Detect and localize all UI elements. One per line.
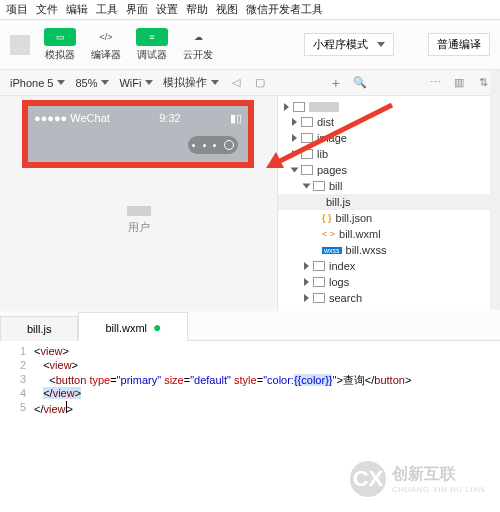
tree-item[interactable]: lib	[278, 146, 500, 162]
menu-ui[interactable]: 界面	[126, 2, 148, 17]
watermark: CX 创新互联CHUANG XIN HU LIAN	[350, 461, 485, 497]
tree-file-billjson[interactable]: { }bill.json	[278, 210, 500, 226]
menu-help[interactable]: 帮助	[186, 2, 208, 17]
cut-icon[interactable]: ▢	[253, 76, 267, 90]
search-icon[interactable]: 🔍	[353, 76, 367, 90]
menubar: 项目 文件 编辑 工具 界面 设置 帮助 视图 微信开发者工具	[0, 0, 500, 20]
folder-icon	[313, 293, 325, 303]
zoom-select[interactable]: 85%	[75, 77, 109, 89]
highlight-box: ●●●●● WeChat9:32▮▯	[22, 100, 254, 168]
compile-select[interactable]: 普通编译	[428, 33, 490, 56]
sim-user-label: 用户	[128, 221, 150, 233]
tree-item[interactable]: logs	[278, 274, 500, 290]
device-select[interactable]: iPhone 5	[10, 77, 65, 89]
gutter: 12345	[0, 341, 34, 419]
folder-icon	[313, 261, 325, 271]
folder-icon	[301, 133, 313, 143]
tree-item-bill[interactable]: bill	[278, 178, 500, 194]
chevron-down-icon	[211, 80, 219, 85]
simop-select[interactable]: 模拟操作	[163, 75, 219, 90]
avatar-placeholder	[10, 35, 30, 55]
wxml-icon: < >	[322, 229, 335, 239]
chevron-down-icon	[145, 80, 153, 85]
tree-item[interactable]: index	[278, 258, 500, 274]
sim-battery-icon: ▮▯	[230, 112, 242, 125]
tree-item-pages[interactable]: pages	[278, 162, 500, 178]
tree-file-billjs[interactable]: bill.js	[278, 194, 500, 210]
folder-icon	[301, 165, 313, 175]
scrollbar[interactable]	[490, 70, 500, 310]
close-icon	[224, 140, 234, 150]
chevron-down-icon	[101, 80, 109, 85]
tree-item[interactable]: search	[278, 290, 500, 306]
add-icon[interactable]: +	[329, 76, 343, 90]
logo-icon: CX	[350, 461, 386, 497]
toolbar: ▭模拟器 </>编译器 ≡调试器 ☁云开发 小程序模式 普通编译	[0, 20, 500, 70]
sim-carrier: ●●●●● WeChat	[34, 112, 110, 125]
dirty-dot-icon: ●	[153, 319, 161, 335]
editor-tabs: bill.js bill.wxml●	[0, 311, 500, 341]
settings-icon[interactable]: ⇅	[476, 76, 490, 90]
folder-icon	[301, 117, 313, 127]
simulator-panel: ●●●●● WeChat9:32▮▯ 用户	[0, 96, 278, 311]
mute-icon[interactable]: ◁	[229, 76, 243, 90]
mode-select[interactable]: 小程序模式	[304, 33, 394, 56]
menu-project[interactable]: 项目	[6, 2, 28, 17]
menu-edit[interactable]: 编辑	[66, 2, 88, 17]
capsule-button[interactable]	[188, 136, 238, 154]
tree-root[interactable]	[278, 100, 500, 114]
menu-devtools[interactable]: 微信开发者工具	[246, 2, 323, 17]
json-icon: { }	[322, 213, 332, 223]
compiler-button[interactable]: </>编译器	[90, 28, 122, 62]
filter-bar: iPhone 5 85% WiFi 模拟操作 ◁ ▢ + 🔍 ⋯ ▥ ⇅	[0, 70, 500, 96]
menu-tools[interactable]: 工具	[96, 2, 118, 17]
folder-icon	[293, 102, 305, 112]
menu-file[interactable]: 文件	[36, 2, 58, 17]
folder-icon	[313, 277, 325, 287]
tree-file-billwxml[interactable]: < >bill.wxml	[278, 226, 500, 242]
chevron-down-icon	[377, 42, 385, 47]
file-tree: dist image lib pages bill bill.js { }bil…	[278, 96, 500, 311]
more-icon[interactable]: ⋯	[428, 76, 442, 90]
tab-billjs[interactable]: bill.js	[0, 316, 78, 341]
tab-billwxml[interactable]: bill.wxml●	[78, 312, 188, 341]
folder-icon	[313, 181, 325, 191]
code-editor[interactable]: 12345 <<view>view> <view> <button type="…	[0, 341, 500, 419]
wxss-icon: wxss	[322, 247, 342, 254]
menu-settings[interactable]: 设置	[156, 2, 178, 17]
menu-view[interactable]: 视图	[216, 2, 238, 17]
simulator-button[interactable]: ▭模拟器	[44, 28, 76, 62]
folder-icon	[301, 149, 313, 159]
debugger-button[interactable]: ≡调试器	[136, 28, 168, 62]
network-select[interactable]: WiFi	[119, 77, 153, 89]
tree-item[interactable]: dist	[278, 114, 500, 130]
cloud-button[interactable]: ☁云开发	[182, 28, 214, 62]
split-icon[interactable]: ▥	[452, 76, 466, 90]
tree-item[interactable]: image	[278, 130, 500, 146]
sim-time: 9:32	[159, 112, 180, 125]
tree-file-billwxss[interactable]: wxssbill.wxss	[278, 242, 500, 258]
chevron-down-icon	[57, 80, 65, 85]
